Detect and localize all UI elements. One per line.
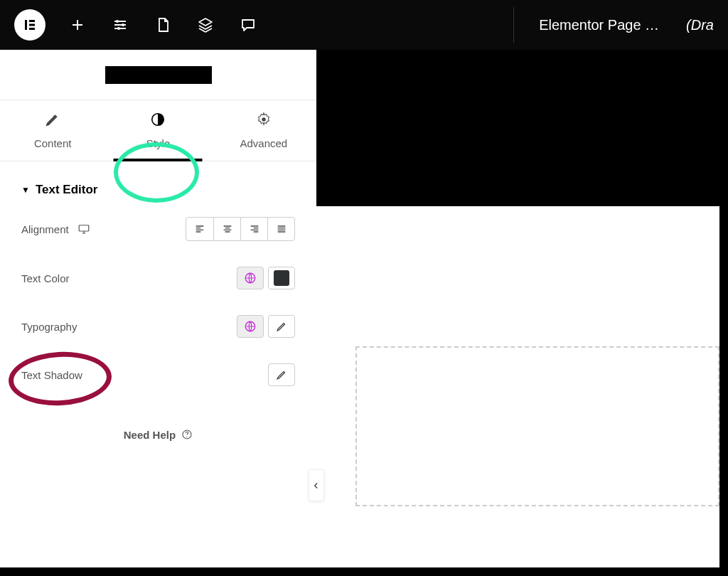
align-center-button[interactable] bbox=[213, 218, 240, 240]
text-color-label: Text Color bbox=[21, 272, 70, 284]
top-toolbar: Elementor Page … (Dra bbox=[0, 0, 728, 50]
typography-row: Typography bbox=[0, 302, 316, 351]
preview-header-area bbox=[316, 50, 719, 206]
elementor-icon bbox=[21, 16, 38, 33]
tab-style[interactable]: Style bbox=[105, 100, 210, 161]
svg-point-6 bbox=[117, 27, 120, 30]
collapse-panel-button[interactable] bbox=[309, 469, 324, 501]
layers-icon bbox=[197, 16, 214, 33]
alignment-row: Alignment bbox=[0, 204, 316, 254]
typography-edit-button[interactable] bbox=[268, 315, 295, 338]
text-color-row: Text Color bbox=[0, 254, 316, 302]
typography-global-button[interactable] bbox=[237, 315, 264, 338]
page-settings-button[interactable] bbox=[152, 14, 173, 36]
align-right-button[interactable] bbox=[240, 218, 267, 240]
tab-content[interactable]: Content bbox=[0, 100, 105, 161]
svg-rect-0 bbox=[25, 20, 27, 30]
editor-panel: Content Style Advanced ▼ Text Editor Ali… bbox=[0, 50, 316, 567]
toolbar-divider bbox=[513, 7, 514, 43]
globe-icon bbox=[244, 272, 257, 284]
page-title: Elementor Page … bbox=[539, 17, 659, 33]
panel-tabs: Content Style Advanced bbox=[0, 100, 316, 161]
sliders-icon bbox=[112, 16, 129, 33]
color-swatch bbox=[274, 270, 289, 286]
chevron-left-icon bbox=[311, 481, 321, 491]
tab-advanced[interactable]: Advanced bbox=[211, 100, 316, 161]
add-button[interactable] bbox=[67, 14, 88, 36]
align-left-button[interactable] bbox=[186, 218, 213, 240]
globe-icon bbox=[244, 320, 257, 333]
tab-style-label: Style bbox=[146, 137, 170, 149]
pencil-icon bbox=[275, 368, 288, 381]
chat-icon bbox=[240, 16, 257, 33]
gear-icon bbox=[256, 112, 272, 130]
structure-button[interactable] bbox=[195, 14, 216, 36]
text-color-global-button[interactable] bbox=[237, 267, 264, 289]
section-header[interactable]: ▼ Text Editor bbox=[0, 161, 316, 204]
svg-rect-2 bbox=[29, 24, 35, 26]
help-link[interactable]: Need Help bbox=[0, 399, 316, 455]
svg-rect-9 bbox=[79, 225, 89, 231]
widget-title-redacted bbox=[105, 66, 212, 84]
tab-advanced-label: Advanced bbox=[240, 137, 287, 149]
caret-down-icon: ▼ bbox=[21, 185, 30, 195]
typography-label: Typography bbox=[21, 321, 77, 333]
panel-header bbox=[0, 50, 316, 100]
svg-point-13 bbox=[187, 437, 188, 437]
settings-toggle-button[interactable] bbox=[109, 14, 131, 36]
desktop-icon[interactable] bbox=[77, 223, 90, 235]
alignment-label: Alignment bbox=[21, 223, 69, 235]
document-icon bbox=[154, 16, 171, 33]
contrast-icon bbox=[150, 112, 166, 130]
text-color-picker-button[interactable] bbox=[268, 267, 295, 289]
svg-rect-3 bbox=[29, 28, 35, 30]
align-justify-button[interactable] bbox=[267, 218, 294, 240]
section-title-label: Text Editor bbox=[36, 183, 98, 197]
pencil-icon bbox=[275, 320, 288, 333]
svg-point-4 bbox=[116, 20, 119, 23]
elementor-logo[interactable] bbox=[14, 9, 46, 41]
drop-area[interactable] bbox=[355, 346, 719, 506]
draft-label: (Dra bbox=[686, 17, 714, 33]
notes-button[interactable] bbox=[237, 14, 259, 36]
svg-rect-1 bbox=[29, 20, 35, 22]
text-shadow-label: Text Shadow bbox=[21, 369, 82, 381]
svg-point-8 bbox=[262, 117, 266, 122]
text-shadow-edit-button[interactable] bbox=[268, 363, 295, 386]
pencil-icon bbox=[45, 112, 60, 130]
tab-content-label: Content bbox=[34, 137, 72, 149]
scrollbar-thumb[interactable] bbox=[722, 187, 728, 197]
text-shadow-row: Text Shadow bbox=[0, 351, 316, 399]
alignment-choices bbox=[186, 217, 295, 241]
help-label: Need Help bbox=[124, 429, 176, 441]
svg-point-5 bbox=[122, 23, 124, 26]
help-icon bbox=[181, 429, 193, 440]
plus-icon bbox=[69, 16, 86, 33]
